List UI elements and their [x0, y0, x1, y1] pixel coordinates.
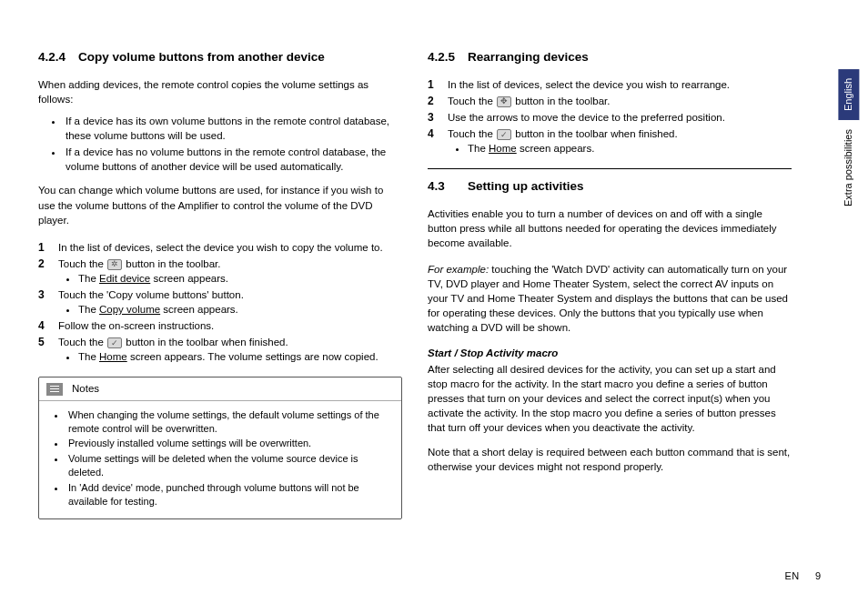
section-tab: Extra possibilities — [838, 120, 859, 216]
note-item: Volume settings will be deleted when the… — [66, 452, 390, 480]
check-icon: ✓ — [107, 337, 122, 348]
heading-43: 4.3 Setting up activities — [428, 178, 792, 196]
step-item: In the list of devices, select the devic… — [38, 240, 402, 255]
step-item: Touch the ✲ button in the toolbar. The E… — [38, 257, 402, 286]
step-item: In the list of devices, select the devic… — [428, 77, 792, 92]
intro-bullets: If a device has its own volume buttons i… — [38, 114, 402, 174]
left-column: 4.2.4 Copy volume buttons from another d… — [38, 49, 402, 519]
page-number: 9 — [815, 570, 821, 581]
sub-bullet: The Copy volume screen appears. — [78, 302, 402, 317]
heading-text: Copy volume buttons from another device — [78, 49, 325, 66]
heading-text: Rearranging devices — [468, 49, 589, 66]
heading-number: 4.2.5 — [428, 49, 455, 66]
section-divider — [428, 168, 792, 169]
sub-bullet: The Home screen appears. The volume sett… — [78, 349, 402, 364]
steps-list: In the list of devices, select the devic… — [428, 77, 792, 156]
note-item: When changing the volume settings, the d… — [66, 408, 390, 437]
sub-bullet: The Edit device screen appears. — [78, 271, 402, 286]
step-item: Follow the on-screen instructions. — [38, 318, 402, 333]
notes-icon — [46, 383, 63, 396]
gear-icon: ✲ — [107, 259, 122, 270]
check-icon: ✓ — [497, 129, 511, 140]
bullet-item: If a device has no volume buttons in the… — [64, 145, 402, 174]
notes-box: Notes When changing the volume settings,… — [38, 377, 402, 519]
move-icon: ✥ — [497, 96, 511, 107]
bullet-item: If a device has its own volume buttons i… — [64, 114, 402, 143]
notes-list: When changing the volume settings, the d… — [39, 401, 401, 519]
notes-label: Notes — [72, 381, 99, 396]
step-item: Touch the ✓ button in the toolbar when f… — [38, 335, 402, 364]
step-item: Touch the ✥ button in the toolbar. — [428, 94, 792, 108]
footer-lang: EN — [785, 570, 800, 581]
heading-424: 4.2.4 Copy volume buttons from another d… — [38, 49, 402, 66]
step-item: Touch the 'Copy volume buttons' button. … — [38, 287, 402, 317]
page-footer: EN 9 — [785, 569, 821, 583]
paragraph: Note that a short delay is required betw… — [428, 445, 792, 474]
sub-heading: Start / Stop Activity macro — [428, 346, 792, 360]
heading-number: 4.2.4 — [38, 49, 66, 66]
page-content: 4.2.4 Copy volume buttons from another d… — [0, 0, 868, 519]
side-tabs: English Extra possibilities — [838, 69, 859, 216]
steps-list: In the list of devices, select the devic… — [38, 240, 402, 365]
paragraph: After selecting all desired devices for … — [428, 362, 792, 435]
step-item: Touch the ✓ button in the toolbar when f… — [428, 126, 792, 156]
intro-paragraph: When adding devices, the remote control … — [38, 77, 402, 106]
paragraph: You can change which volume buttons are … — [38, 183, 402, 226]
paragraph: For example: touching the 'Watch DVD' ac… — [428, 262, 792, 335]
note-item: In 'Add device' mode, punched through vo… — [66, 481, 390, 509]
sub-bullet: The Home screen appears. — [468, 141, 792, 156]
heading-425: 4.2.5 Rearranging devices — [428, 49, 792, 66]
notes-header: Notes — [39, 377, 401, 400]
heading-text: Setting up activities — [468, 178, 584, 196]
heading-number: 4.3 — [428, 178, 455, 196]
step-item: Use the arrows to move the device to the… — [428, 110, 792, 125]
language-tab: English — [838, 69, 859, 120]
paragraph: Activities enable you to turn a number o… — [428, 206, 792, 250]
note-item: Previously installed volume settings wil… — [66, 437, 390, 450]
right-column: 4.2.5 Rearranging devices In the list of… — [428, 49, 792, 519]
